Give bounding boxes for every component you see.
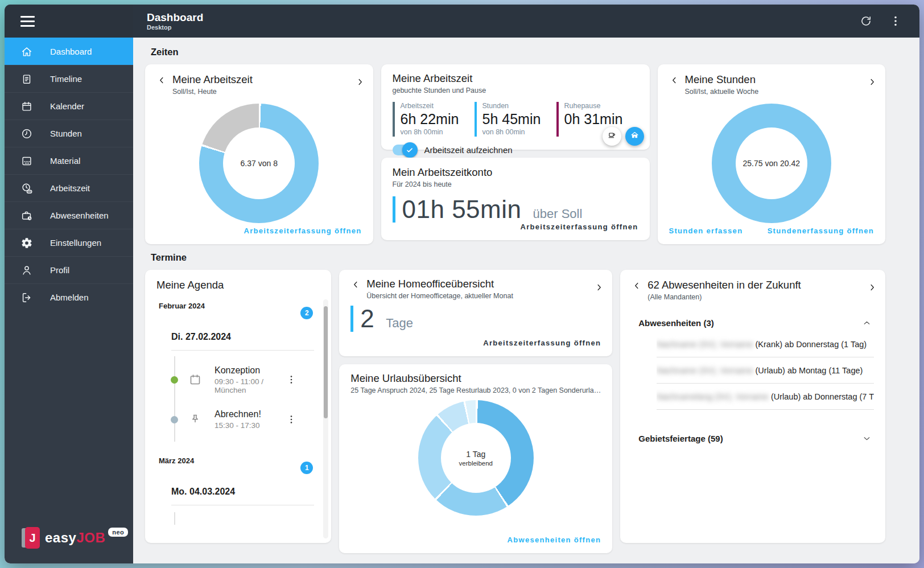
sidebar-item-abmelden[interactable]: Abmelden [5, 283, 133, 311]
card-title: Meine Homeofficeübersicht [366, 278, 513, 290]
absences-group-header[interactable]: Abwesenheiten (3) [638, 318, 872, 328]
material-icon [20, 155, 33, 167]
agenda-event[interactable]: Abrechnen! 15:30 - 17:30 [156, 400, 322, 439]
absence-text: (Urlaub) ab Donnerstag (7 T [769, 392, 874, 401]
break-fab-button[interactable] [603, 127, 621, 146]
agenda-scrollbar-thumb[interactable] [324, 306, 328, 418]
stat-sub: von 8h 00min [401, 128, 462, 137]
agenda-month-label: Februar 2024 [156, 302, 205, 310]
stat-sub: von 8h 00min [482, 128, 544, 137]
chevron-left-icon[interactable] [669, 75, 679, 85]
open-worktime-link[interactable]: Arbeitszeiterfassung öffnen [483, 339, 601, 347]
card-abwesenheiten: 62 Abwesenheiten in der Zukunft (Alle Ma… [620, 270, 885, 543]
sidebar-item-label: Abwesenheiten [50, 211, 109, 220]
sidebar-item-label: Stunden [50, 129, 82, 138]
stat-label: Stunden [482, 102, 544, 110]
card-meine-agenda: Meine Agenda Februar 2024 2 Di. 27.02.20… [145, 270, 331, 543]
sidebar-item-stunden[interactable]: Stunden [5, 120, 133, 147]
refresh-icon[interactable] [859, 14, 873, 28]
sidebar-item-timeline[interactable]: Timeline [5, 65, 133, 92]
card-subtitle: Für 2024 bis heute [393, 180, 638, 188]
card-subtitle: Übersicht der Homeofficetage, aktueller … [366, 292, 513, 300]
absence-row[interactable]: Nachname (SV), Vorname (Urlaub) ab Monta… [657, 357, 874, 384]
card-meine-stunden: Meine Stunden Soll/Ist, aktuelle Woche 2… [658, 64, 886, 244]
stat-value: 0h 31min [564, 111, 626, 127]
donut-center-label-line1: 1 Tag [466, 450, 485, 459]
logo-book-icon: J [22, 527, 40, 549]
page-title: Dashboard [147, 11, 203, 24]
open-worktime-link[interactable]: Arbeitszeiterfassung öffnen [244, 227, 361, 235]
chevron-right-icon[interactable] [594, 282, 604, 293]
sidebar-item-arbeitszeit[interactable]: Arbeitszeit [5, 174, 133, 201]
stat-value: 5h 45min [482, 111, 544, 127]
section-heading-zeiten: Zeiten [151, 47, 885, 57]
sidebar-item-label: Kalender [50, 101, 84, 111]
card-arbeitszeit-gebucht: Meine Arbeitszeit gebuchte Stunden und P… [381, 64, 650, 150]
event-kebab-menu-icon[interactable] [286, 374, 297, 385]
agenda-day-label: Di. 27.02.2024 [171, 332, 322, 342]
home-icon [630, 130, 640, 142]
donut-center-label: 25.75 von 20.42 [743, 159, 800, 168]
calendar-icon [188, 373, 202, 386]
vacation-donut-chart: 1 Tag verbleibend [418, 400, 534, 516]
holidays-group-header[interactable]: Gebietsfeiertage (59) [638, 434, 872, 443]
sidebar-item-kalender[interactable]: Kalender [5, 92, 133, 120]
redacted-name: Nachname (SV), Vorname [657, 340, 753, 349]
homeoffice-fab-button[interactable] [625, 127, 644, 146]
open-worktime-link[interactable]: Arbeitszeiterfassung öffnen [520, 223, 638, 231]
sidebar-item-label: Arbeitszeit [50, 183, 90, 193]
sidebar-item-abwesenheiten[interactable]: Abwesenheiten [5, 201, 133, 229]
card-title: Mein Arbeitszeitkonto [393, 166, 638, 179]
record-worktime-toggle[interactable] [393, 145, 415, 155]
event-title: Konzeption [214, 365, 286, 376]
sidebar-item-material[interactable]: Material [5, 147, 133, 174]
main-area: Dashboard Desktop Zeiten Meine Arbeitsze… [133, 5, 919, 563]
kebab-menu-icon[interactable] [889, 14, 902, 28]
event-kebab-menu-icon[interactable] [286, 414, 297, 425]
logo-job: JOB [76, 530, 105, 546]
donut-center-label: 6.37 von 8 [241, 159, 278, 168]
worktime-account-suffix: über Soll [533, 207, 582, 221]
sidebar: Dashboard Timeline Kalender Stunden Mate… [5, 5, 133, 563]
record-hours-link[interactable]: Stunden erfassen [669, 227, 743, 235]
chevron-down-icon [862, 434, 872, 443]
chevron-right-icon[interactable] [867, 282, 877, 293]
card-subtitle: gebuchte Stunden und Pause [393, 87, 638, 94]
redacted-name: Nachname (SV), Vorname [657, 366, 753, 375]
absence-row[interactable]: Nachnamelang (SV), Vorname (Urlaub) ab D… [657, 384, 874, 410]
toggle-label: Arbeitszeit aufzeichnen [424, 145, 513, 155]
card-title: Meine Arbeitszeit [393, 72, 638, 85]
homeoffice-days-value: 2 [360, 306, 374, 332]
card-title: Meine Stunden [685, 73, 759, 86]
card-subtitle: (Alle Mandanten) [647, 293, 801, 301]
zeiten-grid: Meine Arbeitszeit Soll/Ist, Heute 6.37 v… [145, 64, 885, 244]
agenda-event[interactable]: Konzeption 09:30 - 11:00 / München [156, 360, 322, 400]
chevron-left-icon[interactable] [156, 75, 167, 85]
card-title: 62 Abwesenheiten in der Zukunft [647, 279, 801, 291]
card-homeoffice: Meine Homeofficeübersicht Übersicht der … [339, 270, 612, 356]
card-title: Meine Arbeitszeit [172, 73, 253, 86]
chevron-left-icon[interactable] [632, 281, 642, 291]
hamburger-menu-icon[interactable] [20, 16, 35, 27]
coffee-cup-icon [607, 130, 617, 142]
sidebar-item-profil[interactable]: Profil [5, 256, 133, 283]
pin-icon [188, 413, 202, 426]
termine-grid: Meine Agenda Februar 2024 2 Di. 27.02.20… [145, 270, 885, 553]
sidebar-item-label: Timeline [50, 74, 82, 84]
open-hours-link[interactable]: Stundenerfassung öffnen [768, 227, 874, 235]
card-arbeitszeitkonto: Mein Arbeitszeitkonto Für 2024 bis heute… [381, 158, 650, 240]
sidebar-item-label: Einstellungen [50, 238, 101, 248]
open-absences-link[interactable]: Abwesenheiten öffnen [508, 536, 601, 544]
chevron-right-icon[interactable] [867, 77, 877, 87]
top-header: Dashboard Desktop [133, 5, 919, 38]
worktime-today-donut-chart: 6.37 von 8 [199, 104, 319, 223]
calendar-icon [20, 100, 33, 113]
sidebar-item-einstellungen[interactable]: Einstellungen [5, 229, 133, 256]
absence-row[interactable]: Nachname (SV), Vorname (Krank) ab Donner… [657, 331, 874, 357]
chevron-left-icon[interactable] [350, 279, 361, 290]
logo-easy: easy [45, 530, 76, 546]
sidebar-item-dashboard[interactable]: Dashboard [5, 38, 133, 65]
stat-arbeitszeit: Arbeitszeit 6h 22min von 8h 00min [393, 102, 462, 137]
chevron-right-icon[interactable] [355, 77, 365, 87]
event-title: Abrechnen! [214, 409, 261, 419]
